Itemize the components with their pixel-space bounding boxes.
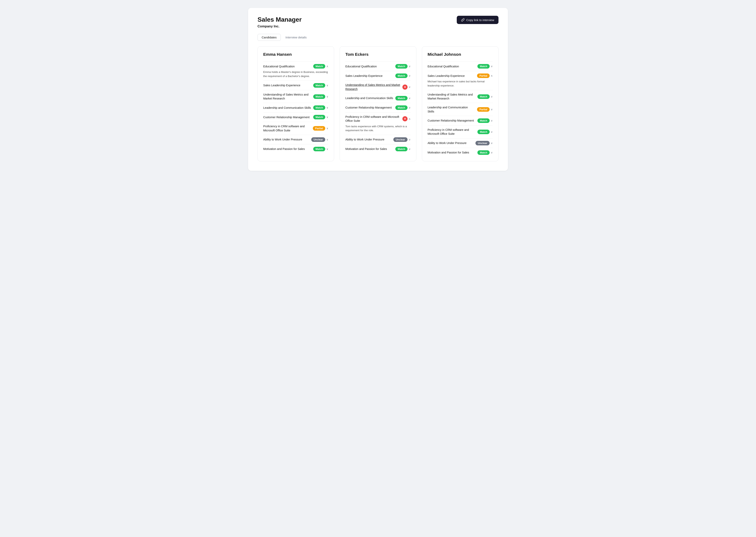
badge-chevron-tom-0: Match∨ xyxy=(395,64,411,68)
criterion-row-emma-3: Leadership and Communication SkillsMatch… xyxy=(263,103,328,112)
chevron-emma-3[interactable]: ∨ xyxy=(326,106,328,109)
badge-emma-5: Partial xyxy=(313,126,325,131)
badge-chevron-tom-5: ✕∧ xyxy=(402,116,411,121)
criterion-header-michael-4: Customer Relationship ManagementMatch∨ xyxy=(428,118,493,123)
badge-tom-7: Match xyxy=(395,147,407,151)
candidate-card-emma: Emma HansenEducational QualificationMatc… xyxy=(257,46,334,161)
criterion-label-tom-3: Leadership and Communication Skills xyxy=(345,96,393,100)
page-container: Sales Manager Company Inc. Copy link to … xyxy=(248,8,508,171)
criterion-header-emma-3: Leadership and Communication SkillsMatch… xyxy=(263,105,328,110)
chevron-michael-6[interactable]: ∨ xyxy=(491,142,493,145)
badge-chevron-michael-3: Partial∨ xyxy=(477,107,493,112)
criterion-label-tom-2: Understanding of Sales Metrics and Marke… xyxy=(345,83,400,91)
badge-chevron-michael-7: Match∨ xyxy=(477,150,493,155)
badge-emma-6: Unclear xyxy=(311,137,325,142)
badge-chevron-tom-4: Match∨ xyxy=(395,105,411,110)
criterion-detail-emma-0: Emma holds a Master's degree in Business… xyxy=(263,70,328,78)
criterion-label-emma-5: Proficiency in CRM software and Microsof… xyxy=(263,124,311,132)
tab-candidates[interactable]: Candidates xyxy=(257,34,281,41)
tab-interview-details[interactable]: Interview details xyxy=(282,34,311,41)
chevron-emma-4[interactable]: ∨ xyxy=(326,116,328,119)
chevron-michael-3[interactable]: ∨ xyxy=(491,108,493,111)
badge-michael-4: Match xyxy=(477,118,490,123)
criterion-label-emma-6: Ability to Work Under Pressure xyxy=(263,138,309,142)
badge-chevron-emma-0: Match∧ xyxy=(313,64,328,68)
criterion-label-emma-1: Sales Leadership Experience xyxy=(263,83,311,87)
chevron-emma-6[interactable]: ∨ xyxy=(326,138,328,141)
badge-michael-7: Match xyxy=(477,150,490,155)
chevron-emma-0[interactable]: ∧ xyxy=(326,65,328,68)
badge-chevron-emma-6: Unclear∨ xyxy=(311,137,328,142)
copy-link-button[interactable]: Copy link to interview xyxy=(457,16,499,24)
badge-chevron-tom-6: Unclear∨ xyxy=(393,137,411,142)
criterion-label-michael-2: Understanding of Sales Metrics and Marke… xyxy=(428,93,476,101)
criterion-row-tom-5: Proficiency in CRM software and Microsof… xyxy=(345,112,410,135)
chevron-michael-4[interactable]: ∨ xyxy=(491,119,493,122)
criterion-label-tom-6: Ability to Work Under Pressure xyxy=(345,138,392,142)
criterion-header-tom-1: Sales Leadership ExperienceMatch∨ xyxy=(345,73,410,78)
criterion-row-michael-4: Customer Relationship ManagementMatch∨ xyxy=(428,116,493,125)
chevron-emma-7[interactable]: ∨ xyxy=(326,147,328,150)
badge-emma-2: Match xyxy=(313,94,325,99)
criterion-row-michael-5: Proficiency in CRM software and Microsof… xyxy=(428,125,493,138)
criterion-header-michael-5: Proficiency in CRM software and Microsof… xyxy=(428,128,493,136)
criterion-row-michael-6: Ability to Work Under PressureUnclear∨ xyxy=(428,138,493,148)
badge-no-tom-5: ✕ xyxy=(402,116,407,121)
chevron-emma-1[interactable]: ∨ xyxy=(326,84,328,87)
criterion-row-michael-0: Educational QualificationMatch∨ xyxy=(428,62,493,71)
chevron-michael-1[interactable]: ∧ xyxy=(491,74,493,77)
badge-no-tom-2: ✕ xyxy=(402,85,407,90)
criterion-header-emma-7: Motivation and Passion for SalesMatch∨ xyxy=(263,147,328,151)
badge-michael-1: Partial xyxy=(477,73,490,78)
page-header: Sales Manager Company Inc. Copy link to … xyxy=(257,16,499,28)
chevron-emma-5[interactable]: ∨ xyxy=(326,127,328,130)
criterion-row-emma-6: Ability to Work Under PressureUnclear∨ xyxy=(263,135,328,144)
badge-chevron-emma-3: Match∨ xyxy=(313,105,328,110)
criterion-row-emma-2: Understanding of Sales Metrics and Marke… xyxy=(263,90,328,103)
chevron-tom-3[interactable]: ∨ xyxy=(409,97,411,100)
criterion-row-tom-3: Leadership and Communication SkillsMatch… xyxy=(345,93,410,103)
criterion-row-tom-7: Motivation and Passion for SalesMatch∨ xyxy=(345,144,410,154)
criterion-header-michael-3: Leadership and Communication SkillsParti… xyxy=(428,105,493,113)
badge-emma-0: Match xyxy=(313,64,325,68)
chevron-tom-1[interactable]: ∨ xyxy=(409,74,411,77)
chevron-tom-0[interactable]: ∨ xyxy=(409,65,411,68)
candidate-card-tom: Tom EckersEducational QualificationMatch… xyxy=(340,46,416,161)
badge-michael-0: Match xyxy=(477,64,490,68)
criterion-label-michael-6: Ability to Work Under Pressure xyxy=(428,141,474,145)
criterion-label-tom-0: Educational Qualification xyxy=(345,64,393,68)
link-icon xyxy=(461,18,465,22)
chevron-michael-7[interactable]: ∨ xyxy=(491,151,493,154)
page-title: Sales Manager xyxy=(257,16,302,23)
badge-chevron-michael-1: Partial∧ xyxy=(477,73,493,78)
badge-emma-3: Match xyxy=(313,105,325,110)
criterion-detail-michael-1: Michael has experience in sales but lack… xyxy=(428,80,493,88)
badge-chevron-emma-1: Match∨ xyxy=(313,83,328,88)
criterion-header-tom-3: Leadership and Communication SkillsMatch… xyxy=(345,96,410,101)
criterion-header-michael-1: Sales Leadership ExperiencePartial∧ xyxy=(428,73,493,78)
criterion-row-tom-4: Customer Relationship ManagementMatch∨ xyxy=(345,103,410,112)
badge-tom-6: Unclear xyxy=(393,137,407,142)
badge-michael-5: Match xyxy=(477,130,490,134)
chevron-michael-0[interactable]: ∨ xyxy=(491,65,493,68)
candidate-card-michael: Michael JohnsonEducational Qualification… xyxy=(422,46,499,161)
criterion-label-michael-7: Motivation and Passion for Sales xyxy=(428,150,476,154)
chevron-tom-4[interactable]: ∨ xyxy=(409,106,411,109)
chevron-tom-5[interactable]: ∧ xyxy=(409,117,411,120)
chevron-tom-7[interactable]: ∨ xyxy=(409,147,411,150)
criterion-row-tom-1: Sales Leadership ExperienceMatch∨ xyxy=(345,71,410,80)
badge-chevron-michael-4: Match∨ xyxy=(477,118,493,123)
criterion-label-tom-1: Sales Leadership Experience xyxy=(345,74,393,78)
chevron-michael-5[interactable]: ∨ xyxy=(491,130,493,133)
chevron-tom-2[interactable]: ∨ xyxy=(409,86,411,88)
chevron-tom-6[interactable]: ∨ xyxy=(409,138,411,141)
candidates-grid: Emma HansenEducational QualificationMatc… xyxy=(257,46,499,161)
badge-michael-2: Match xyxy=(477,94,490,99)
criterion-header-tom-4: Customer Relationship ManagementMatch∨ xyxy=(345,105,410,110)
chevron-michael-2[interactable]: ∨ xyxy=(491,95,493,98)
badge-emma-1: Match xyxy=(313,83,325,88)
criterion-label-emma-0: Educational Qualification xyxy=(263,64,311,68)
badge-tom-1: Match xyxy=(395,73,407,78)
badge-michael-3: Partial xyxy=(477,107,490,112)
chevron-emma-2[interactable]: ∨ xyxy=(326,95,328,98)
